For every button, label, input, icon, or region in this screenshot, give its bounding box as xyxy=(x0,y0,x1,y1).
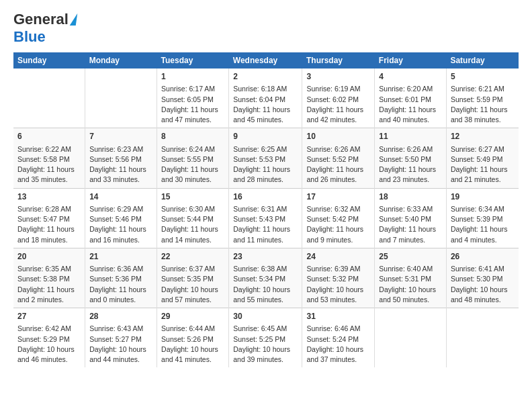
day-number: 21 xyxy=(89,251,152,263)
sunset: Sunset: 5:26 PM xyxy=(161,335,214,343)
sunrise: Sunrise: 6:29 AM xyxy=(89,205,143,213)
calendar-cell: 29Sunrise: 6:44 AMSunset: 5:26 PMDayligh… xyxy=(157,308,229,368)
col-header-friday: Friday xyxy=(375,52,447,68)
sunrise: Sunrise: 6:41 AM xyxy=(451,265,504,273)
col-header-saturday: Saturday xyxy=(446,52,519,68)
calendar-table: SundayMondayTuesdayWednesdayThursdayFrid… xyxy=(13,52,519,367)
calendar-cell xyxy=(13,68,85,128)
sunset: Sunset: 5:31 PM xyxy=(379,275,431,283)
calendar-cell: 24Sunrise: 6:39 AMSunset: 5:32 PMDayligh… xyxy=(302,248,375,308)
calendar-cell: 14Sunrise: 6:29 AMSunset: 5:46 PMDayligh… xyxy=(85,188,157,248)
day-number: 25 xyxy=(379,251,442,263)
calendar-cell: 17Sunrise: 6:32 AMSunset: 5:42 PMDayligh… xyxy=(302,188,375,248)
daylight: Daylight: 10 hours and 41 minutes. xyxy=(161,345,218,363)
sunrise: Sunrise: 6:31 AM xyxy=(233,205,287,213)
calendar-cell: 4Sunrise: 6:20 AMSunset: 6:01 PMDaylight… xyxy=(375,68,447,128)
day-number: 18 xyxy=(379,191,442,203)
day-number: 23 xyxy=(233,251,298,263)
daylight: Daylight: 11 hours and 0 minutes. xyxy=(89,285,146,304)
sunset: Sunset: 5:52 PM xyxy=(306,155,359,163)
sunset: Sunset: 5:25 PM xyxy=(233,335,285,343)
sunrise: Sunrise: 6:37 AM xyxy=(161,265,215,273)
sunrise: Sunrise: 6:21 AM xyxy=(451,85,504,93)
sunset: Sunset: 5:34 PM xyxy=(233,275,285,283)
sunrise: Sunrise: 6:33 AM xyxy=(379,205,433,213)
calendar-cell: 19Sunrise: 6:34 AMSunset: 5:39 PMDayligh… xyxy=(446,188,519,248)
sunrise: Sunrise: 6:24 AM xyxy=(161,145,215,153)
calendar-cell: 23Sunrise: 6:38 AMSunset: 5:34 PMDayligh… xyxy=(229,248,302,308)
sunset: Sunset: 5:40 PM xyxy=(379,215,431,223)
logo-blue: Blue xyxy=(13,28,46,45)
sunset: Sunset: 5:39 PM xyxy=(451,215,503,223)
daylight: Daylight: 11 hours and 38 minutes. xyxy=(451,105,508,124)
week-row: 13Sunrise: 6:28 AMSunset: 5:47 PMDayligh… xyxy=(13,188,519,248)
daylight: Daylight: 10 hours and 44 minutes. xyxy=(89,345,146,363)
daylight: Daylight: 11 hours and 4 minutes. xyxy=(451,225,508,243)
daylight: Daylight: 11 hours and 33 minutes. xyxy=(89,165,146,183)
daylight: Daylight: 11 hours and 26 minutes. xyxy=(306,165,363,183)
daylight: Daylight: 10 hours and 46 minutes. xyxy=(17,345,75,363)
sunrise: Sunrise: 6:46 AM xyxy=(306,324,360,332)
sunrise: Sunrise: 6:17 AM xyxy=(161,85,215,93)
day-number: 17 xyxy=(306,191,370,203)
sunrise: Sunrise: 6:39 AM xyxy=(306,265,360,273)
day-number: 9 xyxy=(233,131,298,142)
daylight: Daylight: 11 hours and 16 minutes. xyxy=(89,225,146,243)
sunset: Sunset: 5:43 PM xyxy=(233,215,285,223)
day-number: 19 xyxy=(451,191,515,203)
sunset: Sunset: 5:36 PM xyxy=(89,275,142,283)
daylight: Daylight: 11 hours and 9 minutes. xyxy=(306,225,363,243)
sunset: Sunset: 5:58 PM xyxy=(17,155,70,163)
sunrise: Sunrise: 6:26 AM xyxy=(306,145,360,153)
daylight: Daylight: 11 hours and 11 minutes. xyxy=(233,225,290,243)
calendar-cell: 3Sunrise: 6:19 AMSunset: 6:02 PMDaylight… xyxy=(302,68,375,128)
sunset: Sunset: 5:42 PM xyxy=(306,215,359,223)
daylight: Daylight: 10 hours and 37 minutes. xyxy=(306,345,363,363)
day-number: 31 xyxy=(306,311,370,322)
calendar-cell: 18Sunrise: 6:33 AMSunset: 5:40 PMDayligh… xyxy=(375,188,447,248)
calendar-cell: 20Sunrise: 6:35 AMSunset: 5:38 PMDayligh… xyxy=(13,248,85,308)
sunrise: Sunrise: 6:26 AM xyxy=(379,145,433,153)
sunrise: Sunrise: 6:40 AM xyxy=(379,265,433,273)
sunrise: Sunrise: 6:44 AM xyxy=(161,324,215,332)
daylight: Daylight: 10 hours and 57 minutes. xyxy=(161,285,218,304)
sunset: Sunset: 6:04 PM xyxy=(233,95,285,103)
col-header-thursday: Thursday xyxy=(302,52,375,68)
day-number: 27 xyxy=(17,311,81,322)
daylight: Daylight: 11 hours and 45 minutes. xyxy=(233,105,290,124)
day-number: 4 xyxy=(379,71,442,83)
calendar-cell: 8Sunrise: 6:24 AMSunset: 5:55 PMDaylight… xyxy=(157,128,229,188)
day-number: 20 xyxy=(17,251,81,263)
daylight: Daylight: 11 hours and 47 minutes. xyxy=(161,105,218,124)
logo: General Blue xyxy=(13,11,77,46)
day-number: 3 xyxy=(306,71,370,83)
calendar-cell xyxy=(375,308,447,368)
calendar-cell: 25Sunrise: 6:40 AMSunset: 5:31 PMDayligh… xyxy=(375,248,447,308)
sunset: Sunset: 5:29 PM xyxy=(17,335,70,343)
daylight: Daylight: 11 hours and 42 minutes. xyxy=(306,105,363,124)
week-row: 27Sunrise: 6:42 AMSunset: 5:29 PMDayligh… xyxy=(13,308,519,368)
calendar-cell: 9Sunrise: 6:25 AMSunset: 5:53 PMDaylight… xyxy=(229,128,302,188)
sunrise: Sunrise: 6:28 AM xyxy=(17,205,71,213)
week-row: 20Sunrise: 6:35 AMSunset: 5:38 PMDayligh… xyxy=(13,248,519,308)
day-number: 29 xyxy=(161,311,224,322)
col-header-monday: Monday xyxy=(85,52,157,68)
daylight: Daylight: 11 hours and 14 minutes. xyxy=(161,225,218,243)
calendar-cell: 5Sunrise: 6:21 AMSunset: 5:59 PMDaylight… xyxy=(446,68,519,128)
daylight: Daylight: 10 hours and 39 minutes. xyxy=(233,345,290,363)
sunset: Sunset: 5:53 PM xyxy=(233,155,285,163)
calendar-cell: 15Sunrise: 6:30 AMSunset: 5:44 PMDayligh… xyxy=(157,188,229,248)
day-number: 14 xyxy=(89,191,152,203)
sunset: Sunset: 5:59 PM xyxy=(451,95,503,103)
day-number: 26 xyxy=(451,251,515,263)
calendar-cell: 31Sunrise: 6:46 AMSunset: 5:24 PMDayligh… xyxy=(302,308,375,368)
day-number: 12 xyxy=(451,131,515,142)
sunset: Sunset: 5:30 PM xyxy=(451,275,503,283)
sunset: Sunset: 5:35 PM xyxy=(161,275,214,283)
sunset: Sunset: 5:44 PM xyxy=(161,215,214,223)
sunset: Sunset: 5:27 PM xyxy=(89,335,142,343)
sunrise: Sunrise: 6:23 AM xyxy=(89,145,143,153)
day-number: 5 xyxy=(451,71,515,83)
calendar-cell: 16Sunrise: 6:31 AMSunset: 5:43 PMDayligh… xyxy=(229,188,302,248)
sunset: Sunset: 5:47 PM xyxy=(17,215,70,223)
